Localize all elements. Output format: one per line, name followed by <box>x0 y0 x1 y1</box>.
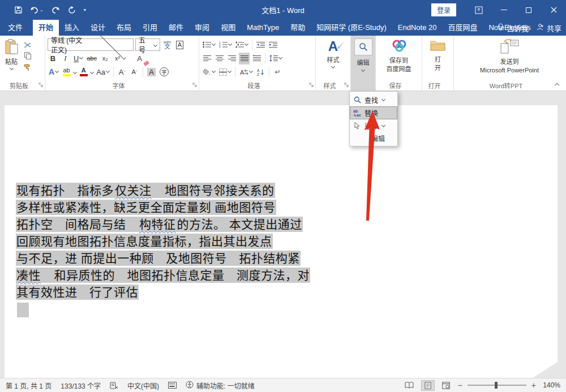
print-layout-button[interactable] <box>422 381 434 390</box>
copy-icon[interactable] <box>24 51 31 62</box>
redo-button[interactable] <box>52 7 60 14</box>
paste-button[interactable]: 粘贴 <box>2 38 20 81</box>
ribbon-tab-6[interactable]: 审阅 <box>189 20 215 36</box>
chevron-down-icon[interactable] <box>79 55 83 59</box>
language-indicator[interactable]: 中文(中国) <box>127 381 159 390</box>
editing-magnifier-icon[interactable] <box>354 38 372 55</box>
font-name-select[interactable]: 等线 (中文正文) <box>48 38 134 51</box>
increase-indent-button[interactable] <box>268 39 278 51</box>
save-icon[interactable] <box>15 6 22 14</box>
tab-file[interactable]: 文件 <box>0 20 31 36</box>
bullets-button[interactable] <box>201 39 216 51</box>
menu-item-find[interactable]: 查找 <box>350 93 397 106</box>
decrease-indent-button[interactable] <box>255 39 266 51</box>
clipboard-dialog-launcher[interactable] <box>38 79 43 89</box>
character-border-button[interactable]: A <box>174 39 185 51</box>
accessibility-status[interactable]: 辅助功能: 一切就绪 <box>186 381 255 390</box>
italic-button[interactable]: I <box>60 53 71 64</box>
chevron-down-icon[interactable] <box>381 97 385 101</box>
align-right-button[interactable] <box>226 53 237 64</box>
close-button[interactable] <box>541 0 566 20</box>
format-painter-icon[interactable] <box>24 63 31 74</box>
group-editing[interactable]: 编辑 <box>351 36 376 91</box>
ribbon-tab-7[interactable]: 视图 <box>215 20 241 36</box>
text-effects-button[interactable]: A <box>48 66 59 78</box>
chevron-down-icon[interactable] <box>73 70 77 74</box>
send-to-powerpoint-button[interactable]: 发送到Microsoft PowerPoint <box>456 38 563 75</box>
font-size-select[interactable]: 五号 <box>135 38 160 51</box>
document-text[interactable]: 现有拓扑 指标多仅关注 地图符号邻接关系的多样性或紧凑性，缺乏更全面定量刻 画地… <box>5 105 558 301</box>
borders-button[interactable] <box>218 66 232 78</box>
proofing-status-icon[interactable] <box>110 382 118 389</box>
sign-in-button[interactable]: 登录 <box>431 3 456 16</box>
sync-button[interactable] <box>68 6 76 14</box>
show-hide-marks-button[interactable]: ↵ <box>272 66 283 78</box>
ribbon-tab-1[interactable]: 插入 <box>59 20 85 36</box>
zoom-out-button[interactable]: − <box>458 381 462 390</box>
align-center-button[interactable] <box>214 53 225 64</box>
character-shading-button[interactable]: A <box>146 66 157 78</box>
ribbon-tab-11[interactable]: EndNote 20 <box>392 20 443 36</box>
collapse-ribbon-button[interactable] <box>555 84 560 87</box>
share-button[interactable]: 共享 <box>537 23 561 33</box>
font-dialog-launcher[interactable] <box>192 79 197 89</box>
chevron-down-icon[interactable] <box>245 42 248 46</box>
menu-item-select[interactable]: 选择 <box>350 119 397 132</box>
shading-button[interactable] <box>201 66 216 78</box>
shrink-font-button[interactable]: Aˆ <box>129 66 140 78</box>
undo-chevron-icon[interactable]: ⌄ <box>40 8 44 12</box>
undo-button[interactable]: ⌄ <box>30 7 44 14</box>
maximize-button[interactable] <box>516 0 541 20</box>
chevron-down-icon[interactable] <box>228 69 231 73</box>
align-left-button[interactable] <box>201 53 212 64</box>
zoom-slider[interactable] <box>468 385 526 386</box>
underline-button[interactable]: U <box>72 53 84 64</box>
chevron-down-icon[interactable] <box>90 70 94 74</box>
ribbon-tab-12[interactable]: 百度网盘 <box>442 20 483 36</box>
open-button[interactable]: 打开 <box>424 38 451 72</box>
chevron-down-icon[interactable] <box>249 69 253 73</box>
multilevel-list-button[interactable] <box>234 39 249 51</box>
zoom-level[interactable]: 140% <box>541 381 560 389</box>
clear-formatting-button[interactable]: A <box>134 53 145 64</box>
web-layout-button[interactable] <box>439 381 453 390</box>
zoom-in-button[interactable]: + <box>531 381 536 390</box>
sort-button[interactable]: AZ <box>255 66 266 78</box>
chevron-down-icon[interactable] <box>331 64 335 68</box>
save-to-baidu-button[interactable]: 保存到百度网盘 <box>378 38 419 74</box>
customize-qat-icon[interactable]: ▾ <box>84 8 86 12</box>
chevron-down-icon[interactable] <box>106 69 110 73</box>
styles-dialog-launcher[interactable] <box>344 79 349 89</box>
distribute-button[interactable] <box>251 53 262 64</box>
ribbon-tab-10[interactable]: 知网研学 (原E-Study) <box>311 20 392 36</box>
ribbon-tab-5[interactable]: 邮件 <box>163 20 189 36</box>
menu-item-replace[interactable]: ab↳ac替换 <box>350 106 397 119</box>
document-page[interactable]: 现有拓扑 指标多仅关注 地图符号邻接关系的多样性或紧凑性，缺乏更全面定量刻 画地… <box>5 105 558 378</box>
ribbon-tab-8[interactable]: MathType <box>241 20 285 36</box>
grow-font-button[interactable]: Aˆ <box>117 66 127 78</box>
keyboard-input-icon[interactable] <box>168 382 177 389</box>
read-mode-button[interactable] <box>402 381 417 390</box>
text-highlight-button[interactable]: ab <box>61 66 72 78</box>
numbering-button[interactable]: 123 <box>218 39 233 51</box>
justify-button[interactable] <box>239 53 250 64</box>
zoom-slider-thumb[interactable] <box>495 382 498 389</box>
paragraph-dialog-launcher[interactable] <box>309 79 314 89</box>
subscript-button[interactable]: x₂ <box>100 53 110 64</box>
cut-icon[interactable]: ✂ <box>24 39 31 50</box>
minimize-button[interactable] <box>491 0 516 20</box>
phonetic-guide-button[interactable]: wén文 <box>162 39 173 51</box>
paste-chevron-icon[interactable] <box>9 66 13 70</box>
document-area[interactable]: 现有拓扑 指标多仅关注 地图符号邻接关系的多样性或紧凑性，缺乏更全面定量刻 画地… <box>0 91 566 378</box>
change-case-button[interactable]: Aa <box>95 66 110 78</box>
bold-button[interactable]: B <box>48 53 58 64</box>
line-spacing-button[interactable] <box>268 53 283 64</box>
asian-layout-button[interactable]: A <box>238 66 254 78</box>
ribbon-tab-9[interactable]: 帮助 <box>285 20 311 36</box>
tell-me-button[interactable]: 告诉我 <box>498 23 529 33</box>
chevron-down-icon[interactable] <box>278 55 282 59</box>
word-count[interactable]: 133/133 个字 <box>61 381 101 390</box>
styles-button[interactable]: A 样式 <box>318 38 348 69</box>
chevron-down-icon[interactable] <box>55 69 59 73</box>
ribbon-tab-3[interactable]: 布局 <box>111 20 137 36</box>
